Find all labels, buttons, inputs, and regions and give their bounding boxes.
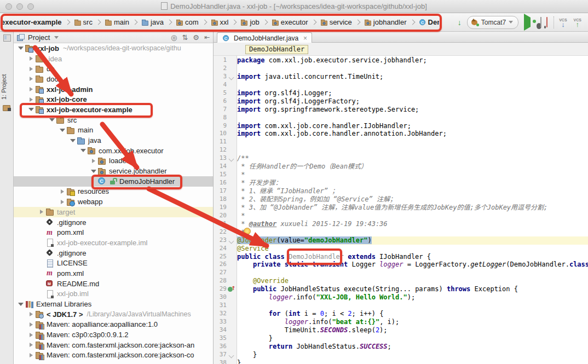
expand-closed-icon[interactable] bbox=[90, 159, 97, 163]
tree-item-demojobhandler[interactable]: DemoJobHandler bbox=[14, 176, 213, 187]
tree-item-maven-com-fasterxml-jackson-core-jackson-co[interactable]: Maven: com.fasterxml.jackson.core:jackso… bbox=[14, 350, 213, 361]
code-line-12[interactable]: 12 bbox=[214, 146, 588, 154]
tree-item-service-jobhandler[interactable]: service.jobhandler bbox=[14, 166, 213, 176]
tree-item-java[interactable]: java bbox=[14, 135, 213, 146]
nav-crumb-job[interactable]: job bbox=[240, 18, 259, 27]
class-name-tag[interactable]: DemoJobHandler bbox=[245, 45, 308, 54]
tree-item-maven-com-fasterxml-jackson-core-jackson-an[interactable]: Maven: com.fasterxml.jackson.core:jackso… bbox=[14, 340, 213, 350]
tree-item-xxl-job-iml[interactable]: xxl-job.iml bbox=[14, 289, 213, 299]
expand-closed-icon[interactable] bbox=[27, 67, 35, 71]
code-line-33[interactable]: 33 logger.info("beat at:{}", i); bbox=[214, 318, 588, 326]
code-line-18[interactable]: 18 * 2、装配到Spring，例如加 “@Service” 注解； bbox=[214, 195, 588, 204]
tree-item-gitignore[interactable]: .gitignore bbox=[14, 248, 213, 258]
code-line-22[interactable]: 22 */ bbox=[214, 228, 588, 236]
tree-item-pom-xml[interactable]: pom.xml bbox=[14, 227, 213, 238]
tree-item-pom-xml[interactable]: pom.xml bbox=[14, 268, 213, 279]
collapse-all-button[interactable]: ⇅ bbox=[182, 34, 188, 41]
expand-open-icon[interactable] bbox=[17, 47, 25, 50]
code-line-14[interactable]: 14 * 任务Handler的一个Demo（Bean模式） bbox=[214, 163, 588, 171]
code-line-35[interactable]: 35 } bbox=[214, 334, 588, 343]
expand-closed-icon[interactable] bbox=[27, 353, 35, 357]
settings-gear-button[interactable]: ⚙ bbox=[193, 34, 199, 41]
close-tab-icon[interactable]: × bbox=[303, 35, 307, 42]
code-line-28[interactable]: 28 @Override bbox=[214, 277, 588, 285]
code-line-8[interactable]: 8 bbox=[214, 114, 588, 122]
tree-item-doc[interactable]: doc bbox=[14, 74, 213, 84]
expand-closed-icon[interactable] bbox=[27, 333, 35, 337]
tree-item-resources[interactable]: resources bbox=[14, 187, 213, 197]
expand-open-icon[interactable] bbox=[48, 118, 56, 122]
code-line-3[interactable]: 3import java.util.concurrent.TimeUnit; bbox=[214, 73, 588, 81]
coverage-button[interactable] bbox=[540, 18, 541, 27]
hide-panel-button[interactable]: ⇤ bbox=[204, 34, 210, 41]
tree-item-target[interactable]: target bbox=[14, 207, 213, 217]
code-line-34[interactable]: 34 TimeUnit.SECONDS.sleep(2); bbox=[214, 326, 588, 334]
code-line-30[interactable]: 30 logger.info("XXL-JOB, Hello World."); bbox=[214, 293, 588, 302]
code-line-26[interactable]: 26 private static transient Logger logge… bbox=[214, 261, 588, 269]
tree-item-readme-md[interactable]: README.md bbox=[14, 279, 213, 289]
tree-item-loader[interactable]: loader bbox=[14, 156, 213, 166]
nav-crumb-jobhandler[interactable]: jobhandler bbox=[364, 18, 407, 27]
expand-closed-icon[interactable] bbox=[59, 200, 66, 204]
override-method-icon[interactable] bbox=[228, 287, 233, 292]
nav-crumb-service[interactable]: service bbox=[320, 18, 352, 27]
code-line-17[interactable]: 17 * 1、继承 “IJobHandler” ； bbox=[214, 187, 588, 195]
code-line-2[interactable]: 2 bbox=[214, 65, 588, 73]
vcs-commit-button[interactable]: VCS↑ bbox=[574, 18, 581, 27]
tree-item-maven-aopalliance-aopalliance-1-0[interactable]: Maven: aopalliance:aopalliance:1.0 bbox=[14, 320, 213, 330]
code-line-21[interactable]: 21 * @author xuxueli 2015-12-19 19:43:36 bbox=[214, 220, 588, 228]
nav-crumb-com[interactable]: com bbox=[175, 18, 199, 27]
tree-item-main[interactable]: main bbox=[14, 125, 213, 136]
fold-marker-icon[interactable] bbox=[229, 238, 234, 244]
tab-demojobhandler[interactable]: DemoJobHandler.java × bbox=[217, 32, 312, 43]
nav-crumb-executor-example[interactable]: executor-example bbox=[1, 18, 62, 26]
tree-item-src[interactable]: src bbox=[14, 115, 213, 125]
tree-item-maven-c3p0-c3p0-0-9-1-2[interactable]: Maven: c3p0:c3p0:0.9.1.2 bbox=[14, 330, 213, 340]
expand-open-icon[interactable] bbox=[17, 303, 25, 306]
tree-item-license[interactable]: LICENSE bbox=[14, 258, 213, 268]
code-line-37[interactable]: 37 } bbox=[214, 351, 588, 359]
fold-marker-icon[interactable] bbox=[229, 157, 234, 162]
expand-closed-icon[interactable] bbox=[27, 56, 35, 61]
expand-open-icon[interactable] bbox=[59, 129, 66, 132]
vcs-update-button[interactable]: VCS↓ bbox=[559, 18, 567, 27]
code-line-7[interactable]: 7import org.springframework.stereotype.S… bbox=[214, 106, 588, 114]
tree-item-xxl-job-executor-example[interactable]: xxl-job-executor-example bbox=[14, 105, 213, 115]
tree-item-xxl-job-admin[interactable]: xxl-job-admin bbox=[14, 84, 213, 95]
expand-closed-icon[interactable] bbox=[27, 77, 35, 81]
code-line-24[interactable]: 24@Service bbox=[214, 245, 588, 253]
fold-marker-icon[interactable] bbox=[229, 353, 234, 358]
tree-item-external-libraries[interactable]: External Libraries bbox=[14, 299, 213, 309]
tree-item-jdk1-7[interactable]: < JDK1.7 >/Library/Java/JavaVirtualMachi… bbox=[14, 309, 213, 320]
code-line-31[interactable]: 31 bbox=[214, 302, 588, 310]
tree-item-xxl-job[interactable]: xxl-job~/workspaces/idea-git-workspace/g… bbox=[14, 43, 213, 54]
code-line-15[interactable]: 15 * bbox=[214, 171, 588, 179]
code-line-5[interactable]: 5import org.slf4j.Logger; bbox=[214, 89, 588, 97]
tree-item-com-xxl-job-executor[interactable]: com.xxl.job.executor bbox=[14, 146, 213, 156]
code-line-6[interactable]: 6import org.slf4j.LoggerFactory; bbox=[214, 97, 588, 106]
expand-closed-icon[interactable] bbox=[27, 322, 35, 327]
nav-crumb-demojobhandler[interactable]: DemoJobHandler bbox=[418, 18, 439, 27]
project-view-dropdown[interactable] bbox=[54, 36, 59, 39]
code-line-23[interactable]: 23@JobHander(value="demoJobHandler") bbox=[214, 236, 588, 245]
code-line-27[interactable]: 27 bbox=[214, 269, 588, 277]
tree-item-xxl-job-core[interactable]: xxl-job-core bbox=[14, 94, 213, 105]
code-line-9[interactable]: 9import com.xxl.job.core.handler.IJobHan… bbox=[214, 122, 588, 130]
nav-crumb-src[interactable]: src bbox=[73, 18, 93, 27]
expand-closed-icon[interactable] bbox=[38, 210, 45, 214]
expand-closed-icon[interactable] bbox=[27, 97, 35, 102]
expand-open-icon[interactable] bbox=[90, 170, 97, 173]
code-line-19[interactable]: 19 * 3、加 “@JobHander” 注解，注解value值为新增任务生成… bbox=[214, 204, 588, 212]
update-project-icon[interactable]: ↓ bbox=[458, 18, 462, 27]
expand-closed-icon[interactable] bbox=[27, 312, 35, 316]
expand-closed-icon[interactable] bbox=[59, 189, 66, 194]
code-line-38[interactable]: 38} bbox=[214, 359, 588, 364]
expand-open-icon[interactable] bbox=[79, 149, 87, 152]
code-line-13[interactable]: 13/** bbox=[214, 154, 588, 163]
tree-item-idea[interactable]: .idea bbox=[14, 54, 213, 64]
code-line-11[interactable]: 11 bbox=[214, 138, 588, 146]
run-button[interactable] bbox=[524, 18, 531, 27]
code-line-16[interactable]: 16 * 开发步骤： bbox=[214, 179, 588, 187]
locate-file-button[interactable]: ◎ bbox=[171, 34, 177, 41]
expand-open-icon[interactable] bbox=[69, 139, 77, 142]
